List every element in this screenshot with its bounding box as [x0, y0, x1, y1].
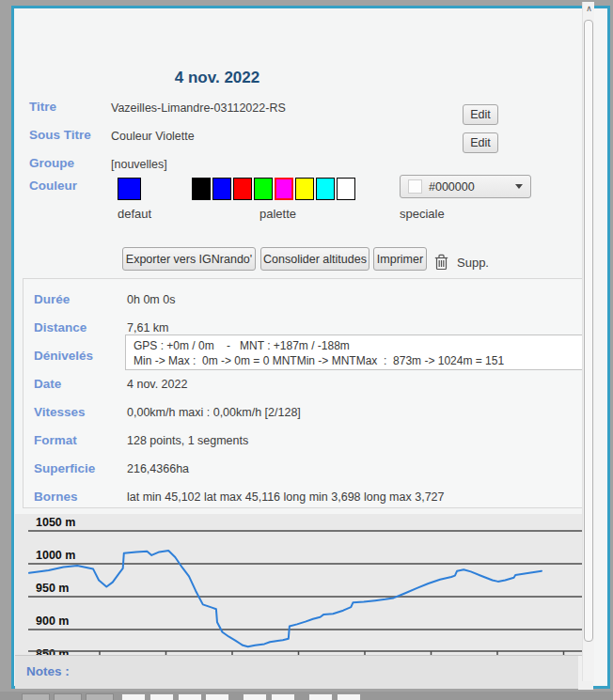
consolider-altitudes-button[interactable]: Consolider altitudes	[260, 247, 369, 271]
elevation-line-svg: 1050 m1000 m950 m900 m850 m	[15, 514, 593, 655]
imprimer-button[interactable]: Imprimer	[373, 247, 427, 271]
format-label: Format	[34, 433, 77, 447]
toolbar-button-partial[interactable]	[54, 693, 82, 700]
track-properties-window: 4 nov. 2022 Titre Vazeilles-Limandre-031…	[0, 0, 613, 700]
stats-panel	[23, 278, 592, 508]
toolbar-button-partial[interactable]	[22, 693, 50, 700]
palette-swatch-7[interactable]	[337, 178, 355, 200]
special-color-value: #000000	[429, 180, 515, 194]
titre-label: Titre	[29, 100, 56, 114]
supp-delete-label[interactable]: Supp.	[457, 256, 489, 270]
scrollbar-up-icon[interactable]: ∧	[583, 4, 595, 13]
groupe-label: Groupe	[29, 156, 74, 170]
deniveles-textbox[interactable]: GPS : +0m / 0m - MNT : +187m / -188m Min…	[125, 334, 594, 370]
special-color-dropdown[interactable]: #000000	[400, 175, 531, 198]
toolbar-button-partial[interactable]	[308, 693, 333, 700]
notes-label: Notes :	[26, 664, 70, 678]
svg-text:1050 m: 1050 m	[36, 516, 75, 529]
titre-edit-button[interactable]: Edit	[463, 104, 498, 125]
format-value: 128 points, 1 segments	[127, 434, 248, 447]
date-label: Date	[34, 377, 61, 391]
toolbar-button-partial[interactable]	[178, 693, 202, 700]
duree-value: 0h 0m 0s	[127, 293, 175, 306]
groupe-value: [nouvelles]	[111, 158, 167, 171]
palette-swatch-4[interactable]	[275, 178, 293, 200]
deniveles-line1: GPS : +0m / 0m - MNT : +187m / -188m	[134, 339, 350, 352]
toolbar-button-partial[interactable]	[149, 693, 174, 700]
palette-swatch-6[interactable]	[316, 178, 335, 200]
titre-value: Vazeilles-Limandre-03112022-RS	[111, 101, 286, 115]
duree-label: Durée	[34, 292, 70, 306]
color-palette	[192, 178, 357, 200]
toolbar-button-partial[interactable]	[86, 693, 114, 700]
vertical-scrollbar[interactable]: ∧	[582, 2, 594, 681]
sous-titre-value: Couleur Violette	[111, 130, 195, 143]
deniveles-label: Dénivelés	[34, 349, 93, 363]
toolbar-button-partial[interactable]	[243, 693, 267, 700]
trash-icon[interactable]	[434, 254, 448, 274]
superficie-value: 216,4366ha	[127, 462, 189, 475]
dropdown-arrow-icon	[515, 184, 523, 189]
couleur-label: Couleur	[29, 179, 77, 193]
date-value: 4 nov. 2022	[127, 378, 187, 391]
speciale-caption: speciale	[400, 207, 445, 221]
sous-titre-edit-button[interactable]: Edit	[463, 132, 498, 153]
deniveles-line2: Min -> Max : 0m -> 0m = 0 MNTMin -> MNTM…	[134, 354, 504, 367]
notes-section[interactable]: Notes :	[15, 655, 593, 689]
svg-text:1000 m: 1000 m	[36, 549, 75, 562]
superficie-label: Superficie	[34, 461, 95, 475]
distance-value: 7,61 km	[127, 321, 168, 334]
svg-text:950 m: 950 m	[36, 582, 69, 595]
toolbar-button-partial[interactable]	[271, 693, 295, 700]
sous-titre-label: Sous Titre	[29, 128, 91, 142]
default-color-swatch[interactable]	[118, 178, 141, 200]
bottom-toolbar-partial	[0, 692, 613, 700]
page-title: 4 nov. 2022	[123, 69, 311, 87]
distance-label: Distance	[34, 320, 86, 334]
scrollbar-thumb[interactable]	[584, 20, 593, 642]
bornes-value: lat min 45,102 lat max 45,116 long min 3…	[127, 490, 444, 504]
special-color-preview-swatch	[408, 179, 422, 194]
palette-swatch-5[interactable]	[295, 178, 314, 200]
palette-swatch-1[interactable]	[212, 178, 231, 200]
palette-swatch-3[interactable]	[254, 178, 273, 200]
export-ignrando-button[interactable]: Exporter vers IGNrando'	[122, 247, 256, 271]
vitesses-value: 0,00km/h maxi : 0,00km/h [2/128]	[127, 406, 301, 419]
palette-swatch-0[interactable]	[192, 178, 211, 200]
svg-text:900 m: 900 m	[36, 614, 69, 628]
defaut-caption: defaut	[118, 207, 151, 221]
toolbar-button-partial[interactable]	[121, 693, 146, 700]
palette-caption: palette	[259, 207, 296, 221]
bornes-label: Bornes	[34, 490, 78, 504]
toolbar-button-partial[interactable]	[205, 693, 229, 700]
elevation-profile-chart: 1050 m1000 m950 m900 m850 m	[15, 514, 593, 655]
toolbar-button-partial[interactable]	[337, 693, 361, 700]
vitesses-label: Vitesses	[34, 405, 86, 419]
palette-swatch-2[interactable]	[233, 178, 252, 200]
